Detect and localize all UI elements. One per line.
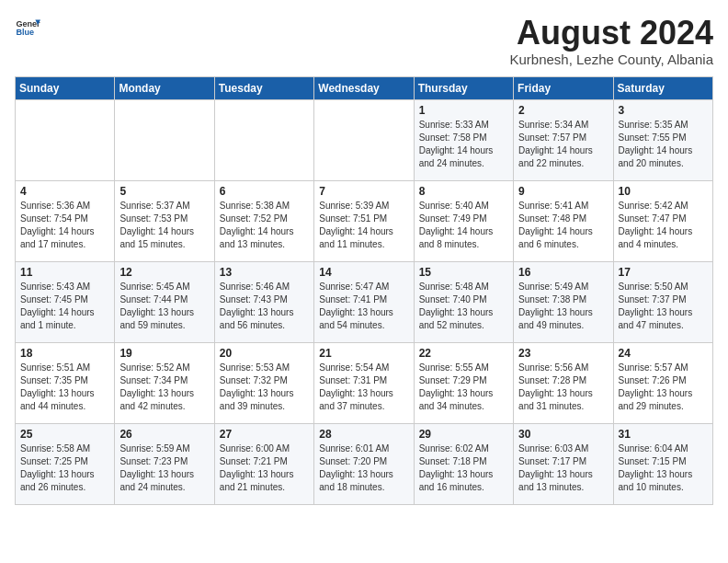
calendar-cell: 4Sunrise: 5:36 AMSunset: 7:54 PMDaylight… [16, 180, 115, 261]
day-detail: Sunrise: 5:46 AMSunset: 7:43 PMDaylight:… [220, 281, 309, 332]
calendar-cell: 8Sunrise: 5:40 AMSunset: 7:49 PMDaylight… [414, 180, 513, 261]
day-number: 18 [20, 347, 109, 360]
calendar-cell [214, 99, 313, 180]
calendar-cell: 14Sunrise: 5:47 AMSunset: 7:41 PMDayligh… [314, 261, 414, 342]
calendar-cell: 22Sunrise: 5:55 AMSunset: 7:29 PMDayligh… [414, 342, 513, 423]
day-detail: Sunrise: 5:33 AMSunset: 7:58 PMDaylight:… [419, 119, 508, 170]
calendar-cell: 15Sunrise: 5:48 AMSunset: 7:40 PMDayligh… [414, 261, 513, 342]
day-detail: Sunrise: 5:52 AMSunset: 7:34 PMDaylight:… [119, 362, 209, 413]
weekday-header-saturday: Saturday [613, 76, 712, 99]
day-number: 7 [319, 185, 408, 198]
day-number: 31 [619, 428, 708, 441]
logo-icon: General Blue [15, 15, 40, 40]
calendar-cell: 27Sunrise: 6:00 AMSunset: 7:21 PMDayligh… [214, 423, 313, 504]
day-number: 6 [220, 185, 309, 198]
day-number: 27 [220, 428, 309, 441]
day-number: 11 [20, 266, 109, 279]
day-detail: Sunrise: 5:48 AMSunset: 7:40 PMDaylight:… [419, 281, 508, 332]
day-number: 12 [119, 266, 209, 279]
calendar-cell: 16Sunrise: 5:49 AMSunset: 7:38 PMDayligh… [514, 261, 613, 342]
day-number: 2 [518, 104, 608, 117]
calendar-cell: 18Sunrise: 5:51 AMSunset: 7:35 PMDayligh… [16, 342, 115, 423]
day-detail: Sunrise: 5:36 AMSunset: 7:54 PMDaylight:… [20, 200, 109, 251]
weekday-header-sunday: Sunday [16, 76, 115, 99]
day-detail: Sunrise: 6:01 AMSunset: 7:20 PMDaylight:… [319, 442, 408, 494]
calendar-week-row: 11Sunrise: 5:43 AMSunset: 7:45 PMDayligh… [16, 261, 713, 342]
calendar-cell: 19Sunrise: 5:52 AMSunset: 7:34 PMDayligh… [115, 342, 214, 423]
calendar-cell [16, 99, 115, 180]
calendar-week-row: 1Sunrise: 5:33 AMSunset: 7:58 PMDaylight… [16, 99, 713, 180]
calendar-cell: 3Sunrise: 5:35 AMSunset: 7:55 PMDaylight… [613, 99, 712, 180]
day-detail: Sunrise: 5:50 AMSunset: 7:37 PMDaylight:… [619, 281, 708, 332]
day-detail: Sunrise: 5:38 AMSunset: 7:52 PMDaylight:… [220, 200, 309, 251]
day-number: 26 [119, 428, 209, 441]
calendar-week-row: 4Sunrise: 5:36 AMSunset: 7:54 PMDaylight… [16, 180, 713, 261]
day-number: 1 [419, 104, 508, 117]
calendar-cell: 10Sunrise: 5:42 AMSunset: 7:47 PMDayligh… [613, 180, 712, 261]
calendar-cell [314, 99, 414, 180]
day-number: 20 [220, 347, 309, 360]
day-detail: Sunrise: 5:47 AMSunset: 7:41 PMDaylight:… [319, 281, 408, 332]
weekday-header-wednesday: Wednesday [314, 76, 414, 99]
calendar-week-row: 18Sunrise: 5:51 AMSunset: 7:35 PMDayligh… [16, 342, 713, 423]
calendar-cell: 12Sunrise: 5:45 AMSunset: 7:44 PMDayligh… [115, 261, 214, 342]
calendar-table: SundayMondayTuesdayWednesdayThursdayFrid… [15, 76, 713, 505]
calendar-cell [115, 99, 214, 180]
day-detail: Sunrise: 5:35 AMSunset: 7:55 PMDaylight:… [619, 119, 708, 170]
calendar-cell: 24Sunrise: 5:57 AMSunset: 7:26 PMDayligh… [613, 342, 712, 423]
weekday-header-monday: Monday [115, 76, 214, 99]
day-number: 14 [319, 266, 408, 279]
day-number: 23 [518, 347, 608, 360]
month-year: August 2024 [509, 15, 713, 52]
day-number: 24 [619, 347, 708, 360]
day-number: 25 [20, 428, 109, 441]
calendar-week-row: 25Sunrise: 5:58 AMSunset: 7:25 PMDayligh… [16, 423, 713, 504]
day-detail: Sunrise: 5:53 AMSunset: 7:32 PMDaylight:… [220, 362, 309, 413]
day-number: 19 [119, 347, 209, 360]
calendar-cell: 31Sunrise: 6:04 AMSunset: 7:15 PMDayligh… [613, 423, 712, 504]
day-detail: Sunrise: 5:40 AMSunset: 7:49 PMDaylight:… [419, 200, 508, 251]
day-detail: Sunrise: 5:59 AMSunset: 7:23 PMDaylight:… [119, 442, 209, 494]
calendar-cell: 28Sunrise: 6:01 AMSunset: 7:20 PMDayligh… [314, 423, 414, 504]
day-number: 15 [419, 266, 508, 279]
weekday-header-row: SundayMondayTuesdayWednesdayThursdayFrid… [16, 76, 713, 99]
calendar-cell: 11Sunrise: 5:43 AMSunset: 7:45 PMDayligh… [16, 261, 115, 342]
calendar-cell: 20Sunrise: 5:53 AMSunset: 7:32 PMDayligh… [214, 342, 313, 423]
day-number: 22 [419, 347, 508, 360]
day-detail: Sunrise: 5:45 AMSunset: 7:44 PMDaylight:… [119, 281, 209, 332]
day-detail: Sunrise: 5:37 AMSunset: 7:53 PMDaylight:… [119, 200, 209, 251]
day-detail: Sunrise: 5:56 AMSunset: 7:28 PMDaylight:… [518, 362, 608, 413]
calendar-cell: 5Sunrise: 5:37 AMSunset: 7:53 PMDaylight… [115, 180, 214, 261]
location: Kurbnesh, Lezhe County, Albania [509, 52, 713, 67]
day-number: 9 [518, 185, 608, 198]
day-detail: Sunrise: 5:43 AMSunset: 7:45 PMDaylight:… [20, 281, 109, 332]
calendar-cell: 1Sunrise: 5:33 AMSunset: 7:58 PMDaylight… [414, 99, 513, 180]
calendar-cell: 26Sunrise: 5:59 AMSunset: 7:23 PMDayligh… [115, 423, 214, 504]
weekday-header-friday: Friday [514, 76, 613, 99]
calendar-cell: 29Sunrise: 6:02 AMSunset: 7:18 PMDayligh… [414, 423, 513, 504]
day-detail: Sunrise: 5:55 AMSunset: 7:29 PMDaylight:… [419, 362, 508, 413]
day-detail: Sunrise: 6:03 AMSunset: 7:17 PMDaylight:… [518, 442, 608, 494]
day-detail: Sunrise: 5:42 AMSunset: 7:47 PMDaylight:… [619, 200, 708, 251]
day-number: 21 [319, 347, 408, 360]
day-detail: Sunrise: 6:02 AMSunset: 7:18 PMDaylight:… [419, 442, 508, 494]
day-number: 17 [619, 266, 708, 279]
day-detail: Sunrise: 6:04 AMSunset: 7:15 PMDaylight:… [619, 442, 708, 494]
day-number: 13 [220, 266, 309, 279]
calendar-cell: 7Sunrise: 5:39 AMSunset: 7:51 PMDaylight… [314, 180, 414, 261]
weekday-header-tuesday: Tuesday [214, 76, 313, 99]
day-number: 5 [119, 185, 209, 198]
day-detail: Sunrise: 6:00 AMSunset: 7:21 PMDaylight:… [220, 442, 309, 494]
day-detail: Sunrise: 5:57 AMSunset: 7:26 PMDaylight:… [619, 362, 708, 413]
day-detail: Sunrise: 5:39 AMSunset: 7:51 PMDaylight:… [319, 200, 408, 251]
day-number: 29 [419, 428, 508, 441]
calendar-cell: 6Sunrise: 5:38 AMSunset: 7:52 PMDaylight… [214, 180, 313, 261]
day-detail: Sunrise: 5:51 AMSunset: 7:35 PMDaylight:… [20, 362, 109, 413]
day-detail: Sunrise: 5:49 AMSunset: 7:38 PMDaylight:… [518, 281, 608, 332]
svg-text:Blue: Blue [16, 28, 34, 37]
day-detail: Sunrise: 5:41 AMSunset: 7:48 PMDaylight:… [518, 200, 608, 251]
day-detail: Sunrise: 5:54 AMSunset: 7:31 PMDaylight:… [319, 362, 408, 413]
day-number: 30 [518, 428, 608, 441]
calendar-cell: 25Sunrise: 5:58 AMSunset: 7:25 PMDayligh… [16, 423, 115, 504]
day-number: 8 [419, 185, 508, 198]
